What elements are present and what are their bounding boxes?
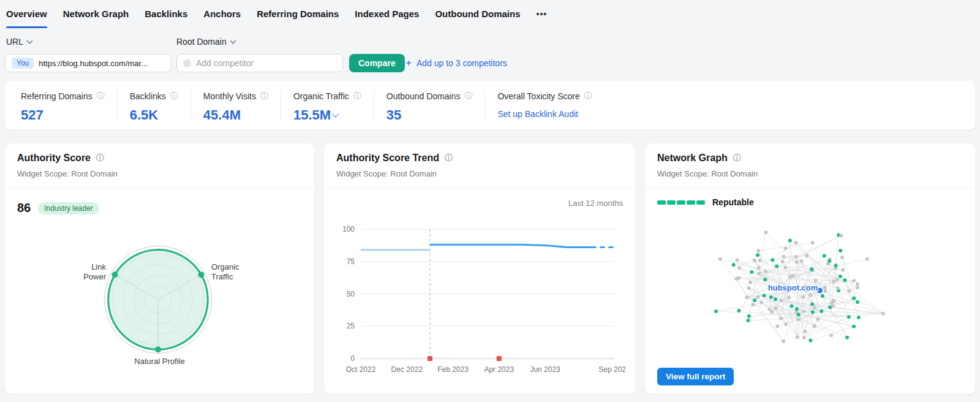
info-icon[interactable]: ⓘ — [353, 91, 361, 102]
authority-score-card: Authority Score ⓘ Widget Scope: Root Dom… — [5, 143, 314, 394]
tab-network-graph[interactable]: Network Graph — [63, 0, 129, 28]
metric-label: Organic Trafficⓘ — [293, 91, 361, 102]
metric-monthly-visits: Monthly Visitsⓘ45.4M — [190, 90, 281, 121]
add-competitors-link[interactable]: + Add up to 3 competitors — [405, 54, 507, 72]
authority-score-trend-card: Authority Score Trend ⓘ Widget Scope: Ro… — [324, 143, 635, 394]
metric-referring-domains: Referring Domainsⓘ527 — [9, 90, 117, 121]
add-competitors-label: Add up to 3 competitors — [417, 54, 507, 72]
metric-outbound-domains: Outbound Domainsⓘ35 — [374, 90, 485, 121]
authority-score-title: Authority Score — [17, 153, 91, 164]
tab-indexed-pages[interactable]: Indexed Pages — [355, 0, 419, 28]
svg-text:25: 25 — [347, 322, 355, 330]
scope-filters-row: URL Root Domain — [0, 37, 980, 50]
svg-text:50: 50 — [347, 290, 355, 298]
metric-value: 6.5K — [130, 107, 178, 123]
metrics-summary-card: Referring Domainsⓘ527Backlinksⓘ6.5KMonth… — [5, 81, 975, 130]
url-type-dropdown[interactable]: URL — [6, 37, 32, 47]
metric-value[interactable]: 15.5M — [293, 107, 361, 123]
metric-value: 35 — [386, 107, 473, 123]
more-tabs-button[interactable]: ••• — [537, 0, 548, 28]
metric-overall-toxicity-score: Overall Toxicity ScoreⓘSet up Backlink A… — [484, 90, 604, 121]
reputation-segment — [677, 200, 685, 205]
metric-label: Backlinksⓘ — [130, 91, 178, 102]
metric-value: 45.4M — [203, 107, 268, 123]
info-icon[interactable]: ⓘ — [97, 91, 105, 102]
svg-text:hubspot.com: hubspot.com — [768, 283, 818, 292]
info-icon[interactable]: ⓘ — [260, 91, 268, 102]
metric-label: Referring Domainsⓘ — [21, 91, 105, 102]
compare-inputs-row: You https://blog.hubspot.com/mar... Comp… — [0, 54, 980, 72]
reputation-meter — [657, 200, 705, 205]
reputation-segment — [687, 200, 695, 205]
chevron-down-icon — [332, 110, 339, 117]
network-graph-card: Network Graph ⓘ Widget Scope: Root Domai… — [645, 143, 975, 394]
plus-icon: + — [405, 54, 412, 72]
metric-label: Overall Toxicity Scoreⓘ — [497, 91, 592, 102]
you-badge: You — [12, 58, 34, 69]
trend-title: Authority Score Trend — [336, 153, 439, 164]
reputation-segment — [696, 200, 705, 205]
tab-overview[interactable]: Overview — [6, 0, 47, 28]
network-graph-body: Reputable hubspot.com View full report — [645, 189, 975, 394]
view-full-report-button[interactable]: View full report — [657, 368, 734, 385]
widget-scope-label: Widget Scope: Root Domain — [17, 169, 302, 178]
radar-axis-link-power: Link Power — [83, 262, 106, 283]
authority-score-value: 86 — [17, 201, 31, 215]
metric-value: 527 — [21, 107, 105, 123]
svg-text:Oct 2022: Oct 2022 — [346, 365, 376, 374]
metric-backlinks: Backlinksⓘ6.5K — [117, 90, 190, 121]
metric-label: Monthly Visitsⓘ — [203, 91, 268, 102]
radar-axis-natural-profile: Natural Profile — [5, 357, 314, 366]
tab-outbound-domains[interactable]: Outbound Domains — [435, 0, 520, 28]
svg-text:Dec 2022: Dec 2022 — [391, 365, 423, 374]
chevron-down-icon — [230, 37, 236, 44]
metric-label: Outbound Domainsⓘ — [386, 91, 473, 102]
widget-scope-label: Widget Scope: Root Domain — [657, 169, 963, 178]
compare-button[interactable]: Compare — [349, 54, 405, 72]
reputation-legend: Reputable — [657, 197, 754, 207]
svg-text:Jun 2023: Jun 2023 — [530, 365, 560, 374]
setup-backlink-audit-link[interactable]: Set up Backlink Audit — [497, 109, 592, 119]
reputation-label: Reputable — [712, 197, 754, 207]
widgets-row: Authority Score ⓘ Widget Scope: Root Dom… — [5, 143, 975, 394]
radar-axis-organic-traffic: Organic Traffic — [211, 262, 239, 283]
url-type-label: URL — [6, 37, 23, 47]
reputation-segment — [657, 200, 666, 205]
svg-text:75: 75 — [347, 257, 355, 266]
svg-text:Sep 2023: Sep 2023 — [598, 365, 625, 374]
industry-leader-badge: Industry leader — [38, 202, 99, 214]
authority-score-body: 86 Industry leader Link Power Organic Tr… — [5, 189, 314, 394]
network-graph-title: Network Graph — [657, 153, 728, 164]
info-icon[interactable]: ⓘ — [445, 153, 453, 164]
backlink-analytics-overview-page: OverviewNetwork GraphBacklinksAnchorsRef… — [0, 0, 980, 28]
info-icon[interactable]: ⓘ — [733, 153, 741, 164]
tab-anchors[interactable]: Anchors — [203, 0, 241, 28]
tab-bar: OverviewNetwork GraphBacklinksAnchorsRef… — [0, 0, 980, 28]
root-domain-dropdown[interactable]: Root Domain — [176, 37, 235, 47]
authority-score-row: 86 Industry leader — [17, 201, 99, 215]
target-url-text: https://blog.hubspot.com/mar... — [39, 59, 148, 68]
trend-range-label: Last 12 months — [568, 199, 623, 208]
tab-referring-domains[interactable]: Referring Domains — [257, 0, 339, 28]
root-domain-label: Root Domain — [176, 37, 227, 47]
info-icon[interactable]: ⓘ — [96, 153, 104, 164]
competitor-text-field[interactable] — [196, 58, 336, 68]
info-icon[interactable]: ⓘ — [464, 91, 472, 102]
trend-body: Last 12 months 0255075100Oct 2022Dec 202… — [324, 189, 635, 394]
authority-score-header: Authority Score ⓘ Widget Scope: Root Dom… — [5, 143, 314, 189]
svg-text:100: 100 — [342, 225, 355, 233]
competitor-dot-icon — [183, 59, 191, 67]
info-icon[interactable]: ⓘ — [170, 91, 178, 102]
svg-text:Apr 2023: Apr 2023 — [484, 365, 514, 374]
authority-score-trend-chart: 0255075100Oct 2022Dec 2022Feb 2023Apr 20… — [331, 221, 625, 379]
network-graph-visualization: hubspot.com — [645, 212, 975, 391]
svg-text:Feb 2023: Feb 2023 — [437, 365, 469, 374]
trend-header: Authority Score Trend ⓘ Widget Scope: Ro… — [324, 143, 635, 189]
metric-organic-traffic: Organic Trafficⓘ15.5M — [281, 90, 374, 121]
svg-text:0: 0 — [350, 354, 355, 363]
tab-backlinks[interactable]: Backlinks — [145, 0, 187, 28]
info-icon[interactable]: ⓘ — [584, 91, 592, 102]
target-url-input[interactable]: You https://blog.hubspot.com/mar... — [5, 54, 172, 72]
network-graph-header: Network Graph ⓘ Widget Scope: Root Domai… — [645, 143, 975, 189]
add-competitor-input[interactable] — [176, 54, 343, 72]
